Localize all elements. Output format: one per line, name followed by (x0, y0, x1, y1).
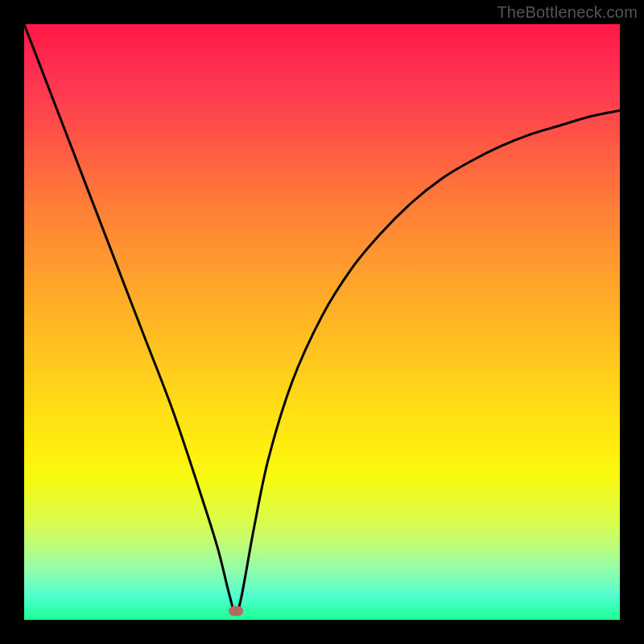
curve-svg (24, 24, 620, 620)
watermark-text: TheBottleneck.com (497, 3, 638, 22)
chart-frame: TheBottleneck.com (0, 0, 644, 644)
min-marker (229, 606, 243, 616)
bottleneck-curve-path (24, 24, 620, 614)
plot-area (24, 24, 620, 620)
